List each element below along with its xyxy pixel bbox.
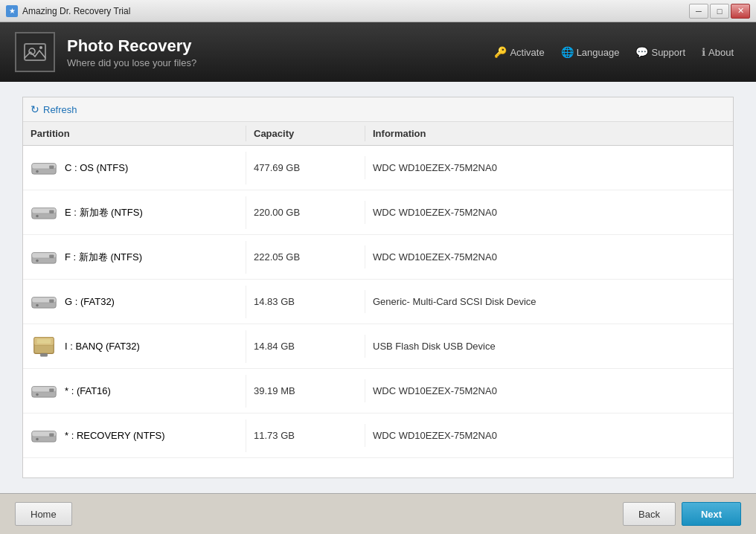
app-subtitle: Where did you lose your files? [67,57,196,68]
info-cell: WDC WD10EZEX-75M2NA0 [365,379,733,402]
app-title: Photo Recovery [67,36,196,56]
refresh-label: Refresh [43,104,77,115]
drive-icon [31,381,57,402]
title-bar: ★ Amazing Dr. Recovery Trial ─ □ ✕ [0,0,756,22]
column-header-information: Information [365,126,733,141]
svg-rect-9 [49,210,54,213]
info-cell: Generic- Multi-Card SCSI Disk Device [365,290,733,313]
partition-cell: G : (FAT32) [23,286,246,318]
capacity-cell: 14.83 GB [246,290,365,313]
header-icon [15,32,55,72]
table-header: Partition Capacity Information [23,122,733,146]
title-bar-left: ★ Amazing Dr. Recovery Trial [6,5,130,17]
partition-cell: * : (FAT16) [23,375,246,408]
header-nav: 🔑 Activate 🌐 Language 💬 Support ℹ About [487,43,741,61]
partition-cell: I : BANQ (FAT32) [23,330,246,363]
next-button[interactable]: Next [682,502,741,526]
close-button[interactable]: ✕ [731,4,750,19]
footer-right: Back Next [623,502,741,526]
support-icon: 💬 [635,46,648,58]
info-cell: WDC WD10EZEX-75M2NA0 [365,201,733,224]
table-row[interactable]: * : (FAT16) 39.19 MB WDC WD10EZEX-75M2NA… [23,369,733,414]
svg-point-2 [39,46,42,49]
back-button[interactable]: Back [623,502,676,526]
language-icon: 🌐 [561,46,574,58]
partition-cell: * : RECOVERY (NTFS) [23,419,246,452]
svg-point-26 [36,393,39,396]
footer-left: Home [15,502,72,526]
capacity-cell: 220.00 GB [246,201,365,224]
refresh-icon: ↻ [31,103,39,115]
svg-point-10 [36,214,39,217]
info-cell: WDC WD10EZEX-75M2NA0 [365,156,733,179]
activate-label: Activate [510,47,544,58]
about-icon: ℹ [702,46,705,58]
table-row[interactable]: E : 新加卷 (NTFS) 220.00 GB WDC WD10EZEX-75… [23,190,733,235]
about-label: About [708,47,734,58]
app-header: Photo Recovery Where did you lose your f… [0,22,756,82]
window-controls: ─ □ ✕ [689,4,750,19]
drive-icon [31,336,57,357]
svg-rect-22 [40,353,47,356]
window-title: Amazing Dr. Recovery Trial [22,6,130,16]
svg-rect-29 [49,433,54,437]
partition-cell: F : 新加卷 (NTFS) [23,241,246,274]
support-nav-item[interactable]: 💬 Support [628,43,693,61]
svg-point-14 [36,259,39,262]
header-text: Photo Recovery Where did you lose your f… [67,36,196,68]
capacity-cell: 11.73 GB [246,424,365,447]
activate-icon: 🔑 [494,46,507,58]
drive-icon [31,202,57,223]
language-nav-item[interactable]: 🌐 Language [554,43,627,61]
column-header-capacity: Capacity [246,126,365,141]
partition-name: I : BANQ (FAT32) [65,341,140,352]
table-row[interactable]: G : (FAT32) 14.83 GB Generic- Multi-Card… [23,280,733,324]
partition-name: F : 新加卷 (NTFS) [65,251,142,264]
partition-cell: C : OS (NTFS) [23,152,246,184]
capacity-cell: 477.69 GB [246,156,365,179]
svg-rect-5 [49,165,54,169]
partition-name: * : (FAT16) [65,385,111,396]
activate-nav-item[interactable]: 🔑 Activate [487,43,551,61]
partition-name: E : 新加卷 (NTFS) [65,206,143,219]
partition-panel: ↻ Refresh Partition Capacity Information… [22,97,734,478]
capacity-cell: 14.84 GB [246,335,365,358]
main-content: ↻ Refresh Partition Capacity Information… [0,82,756,493]
partition-name: * : RECOVERY (NTFS) [65,430,165,441]
table-row[interactable]: * : RECOVERY (NTFS) 11.73 GB WDC WD10EZE… [23,414,733,458]
refresh-bar: ↻ Refresh [23,97,733,122]
footer: Home Back Next [0,493,756,534]
table-row[interactable]: F : 新加卷 (NTFS) 222.05 GB WDC WD10EZEX-75… [23,235,733,280]
about-nav-item[interactable]: ℹ About [694,43,741,61]
refresh-button[interactable]: ↻ Refresh [31,103,77,115]
info-cell: WDC WD10EZEX-75M2NA0 [365,424,733,447]
column-header-partition: Partition [23,126,246,141]
svg-point-6 [36,170,39,173]
partition-cell: E : 新加卷 (NTFS) [23,196,246,229]
drive-icon [31,292,57,312]
svg-rect-25 [49,388,54,392]
partition-name: G : (FAT32) [65,296,115,307]
svg-point-18 [36,303,39,306]
maximize-button[interactable]: □ [710,4,729,19]
table-row[interactable]: C : OS (NTFS) 477.69 GB WDC WD10EZEX-75M… [23,146,733,190]
drive-icon [31,425,57,446]
capacity-cell: 222.05 GB [246,245,365,268]
language-label: Language [577,47,620,58]
drive-icon [31,247,57,268]
support-label: Support [651,47,685,58]
partition-table-body: C : OS (NTFS) 477.69 GB WDC WD10EZEX-75M… [23,146,733,477]
table-row[interactable]: I : BANQ (FAT32) 14.84 GB USB Flash Disk… [23,324,733,369]
capacity-cell: 39.19 MB [246,379,365,402]
info-cell: USB Flash Disk USB Device [365,335,733,358]
svg-rect-17 [49,299,54,303]
minimize-button[interactable]: ─ [689,4,708,19]
info-cell: WDC WD10EZEX-75M2NA0 [365,245,733,268]
app-icon: ★ [6,5,18,17]
svg-rect-21 [37,338,51,343]
svg-point-30 [36,437,39,440]
home-button[interactable]: Home [15,502,72,526]
header-branding: Photo Recovery Where did you lose your f… [15,32,196,72]
partition-name: C : OS (NTFS) [65,162,128,173]
drive-icon [31,158,57,178]
